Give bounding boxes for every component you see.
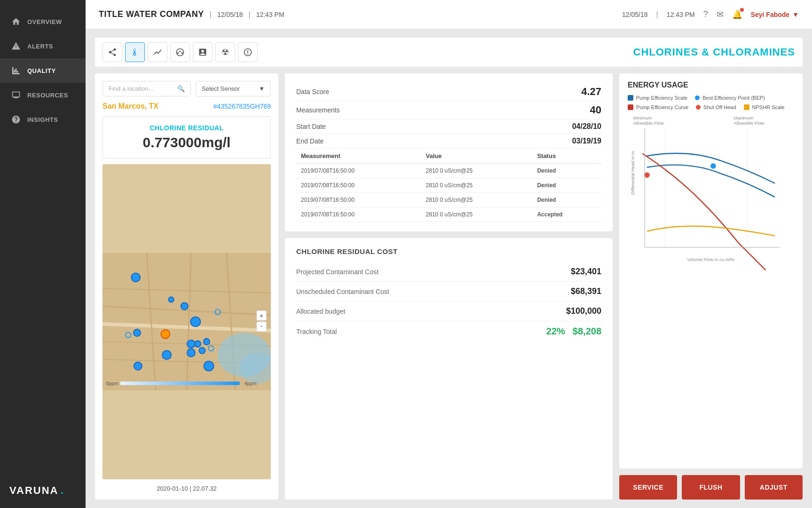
flush-button[interactable]: FLUSH (682, 475, 740, 500)
magnet-icon-btn[interactable] (148, 42, 167, 62)
legend-npshr: NPSHR Scale (744, 104, 785, 110)
table-row: 2019/07/08T16:50:002810 0 uS/cm@25Accept… (296, 207, 601, 222)
bep-swatch (695, 95, 700, 100)
legend-label: Best Efficiency Point (BEP) (702, 95, 765, 101)
value-cell: 2810 0 uS/cm@25 (421, 178, 533, 193)
svg-point-13 (190, 317, 200, 327)
svg-point-11 (131, 273, 140, 282)
status-cell: Denied (532, 164, 601, 178)
sidebar-item-label: RESOURCES (27, 92, 68, 99)
map-svg: + - 0ppm 4ppm (102, 164, 271, 479)
header-time-left: 12:43 PM (256, 11, 284, 18)
measurements-row: Measurements 40 (296, 101, 601, 119)
svg-point-20 (204, 339, 210, 345)
sidebar: OVERVIEW ALERTS QUALITY RESOURCES INSIGH… (0, 0, 86, 508)
location-input[interactable]: Find a location... 🔍 (102, 81, 191, 96)
end-date-row: End Date 03/19/19 (296, 134, 601, 149)
controls-row: Find a location... 🔍 Select Sensor ▼ (102, 81, 271, 96)
right-panel: ENERGY USAGE Pump Efficiency Scale Best … (619, 73, 803, 500)
help-icon[interactable]: ? (703, 9, 708, 19)
page-title: CHLORINES & CHLORAMINES (633, 46, 795, 58)
measurements-table-container[interactable]: Measurement Value Status 2019/07/08T16:5… (296, 149, 601, 222)
svg-point-27 (161, 330, 170, 339)
toolbar: ☢ CHLORINES & CHLORAMINES (95, 38, 803, 67)
start-date-value: 04/28/10 (572, 122, 601, 131)
user-name: Seyi Fabode (751, 11, 789, 18)
data-score-card: Data Score 4.27 Measurements 40 Start Da… (285, 73, 613, 231)
molecule-icon (243, 48, 252, 57)
measurements-table: Measurement Value Status 2019/07/08T16:5… (296, 149, 601, 222)
service-button[interactable]: SERVICE (619, 475, 677, 500)
pump-efficiency-scale-swatch (628, 95, 633, 101)
toolbar-icons: ☢ (102, 42, 258, 62)
sidebar-item-resources[interactable]: RESOURCES (0, 83, 86, 107)
sensor-select[interactable]: Select Sensor ▼ (196, 81, 271, 96)
legend-label: Pump Efficiency Curve (636, 104, 688, 110)
allocated-budget-value: $100,000 (566, 306, 601, 316)
panels-container: Find a location... 🔍 Select Sensor ▼ San… (95, 73, 803, 500)
svg-text:Allowable Flow: Allowable Flow (734, 120, 765, 126)
svg-point-44 (710, 163, 717, 169)
unscheduled-cost-row: Unscheduled Contaminant Cost $68,391 (296, 282, 601, 302)
status-cell: Accepted (532, 207, 601, 222)
energy-card: ENERGY USAGE Pump Efficiency Scale Best … (619, 73, 803, 468)
home-icon (11, 17, 21, 26)
end-date-value: 03/19/19 (572, 137, 601, 145)
legend-pump-efficiency-scale: Pump Efficiency Scale (628, 95, 687, 101)
molecule-icon-btn[interactable] (238, 42, 258, 62)
unscheduled-cost-label: Unscheduled Contaminant Cost (296, 288, 389, 295)
legend-bep: Best Efficiency Point (BEP) (695, 95, 765, 101)
svg-point-16 (134, 329, 141, 336)
tube-icon-btn[interactable] (193, 42, 213, 62)
table-row: 2019/07/08T16:50:002810 0 uS/cm@25Denied (296, 178, 601, 193)
left-panel: Find a location... 🔍 Select Sensor ▼ San… (95, 73, 278, 500)
projected-cost-label: Projected Contaminant Cost (296, 268, 378, 276)
sidebar-item-overview[interactable]: OVERVIEW (0, 9, 86, 34)
svg-point-21 (199, 348, 205, 354)
flask-icon (130, 48, 140, 57)
tracking-percent: 22% (546, 326, 565, 337)
tube-icon (198, 48, 207, 57)
energy-chart-svg: Minimum Allowable Flow Maximum Allowable… (628, 115, 794, 275)
mail-icon[interactable]: ✉ (717, 9, 724, 20)
sidebar-item-alerts[interactable]: ALERTS (0, 34, 86, 58)
header-sep-1: | (210, 10, 212, 19)
cost-card: CHLORINE RESIDUAL COST Projected Contami… (285, 238, 613, 500)
svg-text:0ppm: 0ppm (106, 381, 118, 386)
user-menu[interactable]: Seyi Fabode ▼ (751, 11, 799, 18)
legend-pump-efficiency-curve: Pump Efficiency Curve (628, 104, 688, 110)
npshr-swatch (744, 104, 749, 110)
alert-icon (11, 41, 21, 51)
radiation-icon-btn[interactable]: ☢ (215, 42, 235, 62)
question-icon (11, 115, 21, 124)
sidebar-item-insights[interactable]: INSIGHTS (0, 107, 86, 132)
sidebar-item-quality[interactable]: QUALITY (0, 58, 86, 83)
location-row: San Marcos, TX #435267835GH769 (102, 102, 271, 111)
energy-legend: Pump Efficiency Scale Best Efficiency Po… (628, 95, 794, 110)
network-icon-btn[interactable] (170, 42, 190, 62)
svg-text:Maximum: Maximum (734, 115, 754, 120)
start-date-row: Start Date 04/28/10 (296, 119, 601, 134)
timestamp-time: 22.07.32 (193, 485, 217, 492)
allocated-budget-row: Allocated budget $100,000 (296, 302, 601, 321)
svg-text:-: - (260, 322, 263, 330)
value-cell: 2810 0 uS/cm@25 (421, 193, 533, 207)
measurements-label: Measurements (296, 106, 340, 114)
chlorine-label: CHLORINE RESIDUAL (110, 124, 263, 132)
tracking-total-row: Tracking Total 22% $8,208 (296, 321, 601, 341)
logo-text: VARUNA (9, 484, 58, 496)
flask-icon-btn[interactable] (125, 42, 145, 62)
svg-point-12 (181, 302, 188, 310)
svg-rect-33 (120, 381, 240, 385)
location-placeholder: Find a location... (109, 85, 153, 92)
map-container[interactable]: + - 0ppm 4ppm (102, 164, 271, 479)
action-buttons: SERVICE FLUSH ADJUST (619, 475, 803, 500)
measurement-cell: 2019/07/08T16:50:00 (296, 178, 421, 193)
value-cell: 2810 0 uS/cm@25 (421, 164, 533, 178)
unscheduled-cost-value: $68,391 (571, 286, 601, 296)
share-icon-btn[interactable] (102, 42, 122, 62)
start-date-label: Start Date (296, 123, 326, 130)
energy-title: ENERGY USAGE (628, 81, 794, 89)
adjust-button[interactable]: ADJUST (745, 475, 803, 500)
header-right: 12/05/18 | 12:43 PM ? ✉ 🔔 Seyi Fabode ▼ (622, 9, 799, 20)
